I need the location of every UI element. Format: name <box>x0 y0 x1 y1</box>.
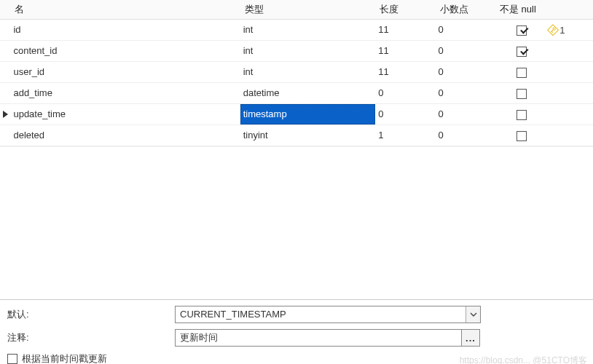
row-indicator <box>0 83 10 104</box>
cell-key[interactable] <box>548 62 593 83</box>
row-indicator <box>0 41 10 62</box>
cell-type[interactable]: timestamp <box>240 104 375 125</box>
cell-decimals[interactable]: 0 <box>436 20 495 41</box>
not-null-checkbox[interactable] <box>517 110 527 120</box>
cell-key[interactable] <box>548 104 593 125</box>
cell-name[interactable]: content_id <box>10 41 240 62</box>
table-empty-area[interactable] <box>0 146 593 299</box>
header-decimals[interactable]: 小数点 <box>436 0 495 20</box>
not-null-checkbox[interactable] <box>517 25 527 36</box>
header-key <box>548 0 593 20</box>
table-row[interactable]: user_idint110 <box>0 62 593 83</box>
current-row-icon <box>3 111 8 118</box>
on-update-row[interactable]: 根据当前时间戳更新 <box>7 352 586 364</box>
header-type[interactable]: 类型 <box>240 0 375 20</box>
cell-decimals[interactable]: 0 <box>436 104 495 125</box>
cell-name[interactable]: deleted <box>10 125 240 146</box>
cell-length[interactable]: 11 <box>375 41 435 62</box>
header-not-null[interactable]: 不是 null <box>495 0 548 20</box>
header-indicator <box>0 0 10 20</box>
cell-decimals[interactable]: 0 <box>436 83 495 104</box>
chevron-down-icon[interactable] <box>466 306 480 323</box>
on-update-checkbox[interactable] <box>7 354 17 364</box>
row-indicator <box>0 125 10 146</box>
cell-key[interactable] <box>548 83 593 104</box>
cell-length[interactable]: 11 <box>375 62 435 83</box>
cell-decimals[interactable]: 0 <box>436 62 495 83</box>
default-row: 默认: CURRENT_TIMESTAMP <box>7 306 586 323</box>
cell-not-null[interactable] <box>495 62 548 83</box>
cell-name[interactable]: add_time <box>10 83 240 104</box>
cell-not-null[interactable] <box>495 41 548 62</box>
not-null-checkbox[interactable] <box>517 47 527 57</box>
cell-key[interactable] <box>548 41 593 62</box>
cell-type[interactable]: int <box>240 62 375 83</box>
cell-name[interactable]: id <box>10 20 240 41</box>
not-null-checkbox[interactable] <box>517 131 527 141</box>
not-null-checkbox[interactable] <box>517 89 527 99</box>
columns-table[interactable]: 名 类型 长度 小数点 不是 null idint110⚿1content_id… <box>0 0 593 146</box>
table-row[interactable]: idint110⚿1 <box>0 20 593 41</box>
cell-type[interactable]: int <box>240 20 375 41</box>
table-row[interactable]: add_timedatetime00 <box>0 83 593 104</box>
cell-key[interactable]: ⚿1 <box>548 20 593 41</box>
row-indicator <box>0 62 10 83</box>
cell-name[interactable]: user_id <box>10 62 240 83</box>
row-indicator <box>0 104 10 125</box>
table-row[interactable]: content_idint110 <box>0 41 593 62</box>
cell-key[interactable] <box>548 125 593 146</box>
cell-decimals[interactable]: 0 <box>436 41 495 62</box>
default-label: 默认: <box>7 308 175 321</box>
table-row[interactable]: update_timetimestamp00 <box>0 104 593 125</box>
default-value-dropdown[interactable]: CURRENT_TIMESTAMP <box>175 306 481 323</box>
cell-type[interactable]: datetime <box>240 83 375 104</box>
field-properties-pane: 默认: CURRENT_TIMESTAMP 注释: 更新时间 ... 根据当前时… <box>0 299 593 364</box>
comment-more-button[interactable]: ... <box>461 329 480 347</box>
header-length[interactable]: 长度 <box>375 0 435 20</box>
cell-decimals[interactable]: 0 <box>436 125 495 146</box>
key-icon: ⚿ <box>546 22 561 37</box>
cell-not-null[interactable] <box>495 83 548 104</box>
cell-length[interactable]: 0 <box>375 83 435 104</box>
cell-not-null[interactable] <box>495 125 548 146</box>
cell-length[interactable]: 0 <box>375 104 435 125</box>
cell-length[interactable]: 1 <box>375 125 435 146</box>
cell-type[interactable]: int <box>240 41 375 62</box>
key-index: 1 <box>559 25 565 36</box>
cell-length[interactable]: 11 <box>375 20 435 41</box>
default-value-text[interactable]: CURRENT_TIMESTAMP <box>176 306 466 323</box>
cell-name[interactable]: update_time <box>10 104 240 125</box>
table-row[interactable]: deletedtinyint10 <box>0 125 593 146</box>
cell-type[interactable]: tinyint <box>240 125 375 146</box>
comment-input[interactable]: 更新时间 <box>175 329 462 347</box>
on-update-label: 根据当前时间戳更新 <box>22 352 107 364</box>
not-null-checkbox[interactable] <box>517 68 527 78</box>
comment-row: 注释: 更新时间 ... <box>7 329 586 347</box>
comment-label: 注释: <box>7 331 175 344</box>
row-indicator <box>0 20 10 41</box>
columns-header-row: 名 类型 长度 小数点 不是 null <box>0 0 593 20</box>
header-name[interactable]: 名 <box>10 0 240 20</box>
cell-not-null[interactable] <box>495 104 548 125</box>
cell-not-null[interactable] <box>495 20 548 41</box>
